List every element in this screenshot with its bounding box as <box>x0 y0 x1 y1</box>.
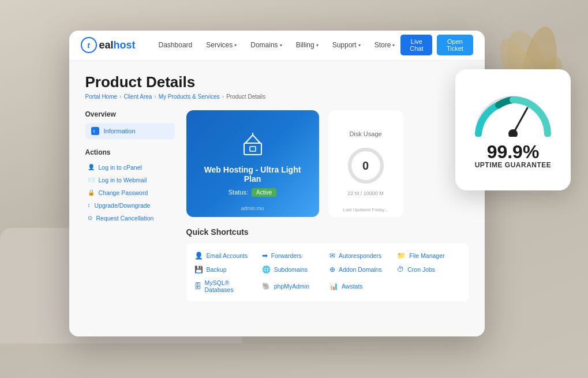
shortcut-backup[interactable]: 💾 Backup <box>194 265 257 274</box>
chart-icon: 📊 <box>329 282 338 290</box>
folder-icon: 📁 <box>397 252 406 260</box>
shortcut-file-manager[interactable]: 📁 File Manager <box>397 252 460 260</box>
sidebar: Overview i Information Actions 👤 Log in … <box>85 110 175 301</box>
admin-url: admin.mu <box>241 205 264 211</box>
shortcuts-title: Quick Shortcuts <box>186 227 469 237</box>
clock-icon: ⏱ <box>397 265 404 274</box>
disk-info: 22 M / 10000 M <box>347 190 384 196</box>
billing-caret: ▾ <box>316 43 319 48</box>
breadcrumb-my-products[interactable]: My Products & Services <box>159 93 220 100</box>
hosting-icon <box>238 130 267 159</box>
last-updated: Last Updated Friday... <box>343 207 388 212</box>
nav-dashboard[interactable]: Dashboard <box>153 38 199 53</box>
sidebar-actions: Actions 👤 Log in to cPanel ✉️ Log in to … <box>85 148 175 224</box>
openticket-button[interactable]: Open Ticket <box>437 35 473 55</box>
php-icon: 🐘 <box>262 282 271 290</box>
breadcrumb-current: Product Details <box>226 93 265 100</box>
svg-line-16 <box>513 108 527 134</box>
logo-area: t ealhost <box>81 37 136 53</box>
nav-support[interactable]: Support ▾ <box>327 38 366 53</box>
content-layout: Overview i Information Actions 👤 Log in … <box>85 110 469 301</box>
plus-icon: ⊕ <box>329 265 335 274</box>
person-icon: 👤 <box>194 252 203 260</box>
cancel-icon: ⊙ <box>88 215 92 221</box>
uptime-label: UPTIME GUARANTEE <box>475 161 552 169</box>
browser-window: t ealhost Dashboard Services ▾ Domains ▾… <box>69 31 485 336</box>
shortcut-forwarders[interactable]: ➡ Forwarders <box>262 252 325 260</box>
shortcut-subdomains[interactable]: 🌐 Subdomains <box>262 265 325 274</box>
nav-links: Dashboard Services ▾ Domains ▾ Billing ▾… <box>153 38 401 53</box>
store-caret: ▾ <box>392 43 395 48</box>
main-area: Web Hosting - Ultra Light Plan Status: A… <box>186 110 469 301</box>
webmail-icon: ✉️ <box>88 177 95 183</box>
shortcut-phpmyadmin[interactable]: 🐘 phpMyAdmin <box>262 279 325 293</box>
svg-text:i: i <box>93 129 95 133</box>
action-change-password[interactable]: 🔒 Change Password <box>85 186 175 199</box>
nav-billing[interactable]: Billing ▾ <box>290 38 324 53</box>
svg-marker-10 <box>245 135 260 143</box>
breadcrumb: Portal Home › Client Area › My Products … <box>85 93 469 100</box>
breadcrumb-client-area[interactable]: Client Area <box>123 93 152 100</box>
action-login-cpanel[interactable]: 👤 Log in to cPanel <box>85 161 175 174</box>
db-icon: 🗄 <box>194 282 201 290</box>
action-request-cancellation[interactable]: ⊙ Request Cancellation <box>85 212 175 224</box>
svg-rect-9 <box>244 143 261 155</box>
uptime-percent: 99.9% <box>487 143 540 161</box>
svg-rect-12 <box>250 147 256 151</box>
support-caret: ▾ <box>358 43 361 48</box>
shortcut-awstats[interactable]: 📊 Awstats <box>329 279 392 293</box>
uptime-gauge <box>470 91 556 137</box>
backup-icon: 💾 <box>194 265 203 274</box>
product-overview: Web Hosting - Ultra Light Plan Status: A… <box>186 110 469 217</box>
globe-icon: 🌐 <box>262 265 271 274</box>
product-name: Web Hosting - Ultra Light Plan <box>200 165 305 184</box>
shortcuts-grid: 👤 Email Accounts ➡ Forwarders ✉ Autoresp… <box>186 244 469 301</box>
nav-domains[interactable]: Domains ▾ <box>245 38 287 53</box>
status-row: Status: Active <box>229 188 276 197</box>
disk-value: 0 <box>362 159 369 173</box>
sidebar-actions-title: Actions <box>85 148 175 156</box>
status-label: Status: <box>229 189 248 196</box>
information-label: Information <box>104 128 136 134</box>
disk-usage-title: Disk Usage <box>349 130 381 137</box>
shortcut-autoresponders[interactable]: ✉ Autoresponders <box>329 252 392 260</box>
livechat-button[interactable]: Live Chat <box>400 35 432 55</box>
navbar: t ealhost Dashboard Services ▾ Domains ▾… <box>69 31 485 61</box>
disk-gauge: 0 <box>346 145 386 186</box>
arrow-icon: ➡ <box>262 252 268 260</box>
sidebar-item-information[interactable]: i Information <box>85 123 175 139</box>
shortcut-cron-jobs[interactable]: ⏱ Cron Jobs <box>397 265 460 274</box>
shortcut-mysql[interactable]: 🗄 MySQL® Databases <box>194 279 257 293</box>
upgrade-icon: ↕️ <box>88 202 91 208</box>
shortcut-email-accounts[interactable]: 👤 Email Accounts <box>194 252 257 260</box>
sidebar-overview-title: Overview <box>85 110 175 118</box>
action-upgrade-downgrade[interactable]: ↕️ Upgrade/Downgrade <box>85 199 175 212</box>
logo-icon: t <box>81 37 97 53</box>
nav-services[interactable]: Services ▾ <box>200 38 242 53</box>
services-caret: ▾ <box>234 43 237 48</box>
page-title: Product Details <box>85 73 469 91</box>
action-login-webmail[interactable]: ✉️ Log in to Webmail <box>85 174 175 186</box>
uptime-badge: 99.9% UPTIME GUARANTEE <box>455 69 571 190</box>
disk-card: Disk Usage 0 22 M / 10000 M Last Updated… <box>328 110 403 217</box>
product-card: Web Hosting - Ultra Light Plan Status: A… <box>186 110 319 217</box>
page-content: Product Details Portal Home › Client Are… <box>69 61 485 336</box>
info-icon: i <box>91 127 99 135</box>
shortcut-addon-domains[interactable]: ⊕ Addon Domains <box>329 265 392 274</box>
logo-text: ealhost <box>99 39 136 51</box>
nav-buttons: Live Chat Open Ticket <box>400 35 473 55</box>
breadcrumb-portal-home[interactable]: Portal Home <box>85 93 118 100</box>
domains-caret: ▾ <box>280 43 282 48</box>
nav-store[interactable]: Store ▾ <box>369 38 401 53</box>
status-badge: Active <box>252 188 276 197</box>
mail-icon: ✉ <box>329 252 335 260</box>
password-icon: 🔒 <box>88 189 95 196</box>
cpanel-icon: 👤 <box>88 164 95 170</box>
